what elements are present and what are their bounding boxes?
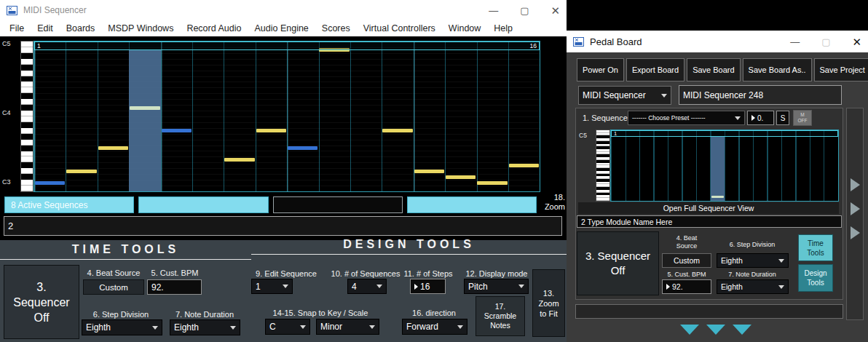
board-name-field[interactable]: MIDI Sequencer 248	[679, 85, 842, 105]
down-triangle-icon[interactable]	[733, 325, 751, 335]
open-full-sequencer-button[interactable]: Open Full Sequencer View	[578, 202, 839, 214]
midi-note[interactable]	[35, 181, 65, 185]
time-tools-tab[interactable]: Time Tools	[798, 234, 833, 261]
midi-note[interactable]	[382, 129, 412, 132]
maximize-button[interactable]: ▢	[821, 37, 830, 47]
solo-button[interactable]: S	[776, 111, 789, 125]
white-key[interactable]	[21, 111, 33, 116]
white-key[interactable]	[21, 116, 33, 122]
black-key[interactable]	[21, 122, 33, 128]
sequence-slot-2[interactable]	[138, 196, 268, 213]
midi-note[interactable]	[446, 175, 476, 179]
midi-note[interactable]	[477, 181, 507, 185]
power-on-button[interactable]: Power On	[577, 58, 624, 81]
snap-key-dropdown[interactable]: C	[265, 319, 310, 335]
white-key[interactable]	[21, 71, 33, 76]
sequence-slot-1[interactable]: 8 Active Sequences	[4, 196, 134, 213]
step-division-dropdown[interactable]: Eighth	[82, 319, 162, 335]
design-tools-tab[interactable]: Design Tools	[798, 264, 833, 292]
black-key[interactable]	[21, 134, 33, 140]
zoom-input[interactable]: 2	[4, 216, 562, 236]
down-triangle-icon[interactable]	[706, 325, 725, 335]
menu-file[interactable]: File	[3, 23, 31, 33]
white-key[interactable]	[21, 59, 33, 65]
mute-button[interactable]: M OFF	[793, 110, 812, 126]
midi-note[interactable]	[98, 146, 128, 150]
main-grid[interactable]: 1 16	[33, 41, 540, 192]
preset-dropdown[interactable]: ------- Choose Preset -------	[628, 111, 745, 125]
menu-help[interactable]: Help	[487, 23, 519, 33]
midi-note[interactable]	[130, 106, 159, 110]
white-key[interactable]	[21, 41, 33, 47]
black-key[interactable]	[21, 162, 33, 168]
save-project-button[interactable]: Save Project	[814, 58, 868, 81]
cust-bpm-stepper[interactable]: 92.	[662, 279, 711, 294]
white-key[interactable]	[21, 168, 33, 174]
save-board-as--button[interactable]: Save Board As..	[743, 58, 812, 81]
menu-record-audio[interactable]: Record Audio	[180, 23, 248, 33]
zoom-to-fit-button[interactable]: 13. Zoom to Fit	[532, 269, 565, 337]
white-key[interactable]	[21, 128, 33, 134]
black-key[interactable]	[21, 76, 33, 82]
menu-msdp-windows[interactable]: MSDP Windows	[101, 23, 180, 33]
minimize-button[interactable]: —	[489, 6, 498, 15]
menu-edit[interactable]: Edit	[31, 23, 60, 33]
edit-sequence-dropdown[interactable]: 1	[251, 279, 293, 294]
menu-virtual-controllers[interactable]: Virtual Controllers	[357, 23, 442, 33]
white-key[interactable]	[21, 180, 33, 186]
white-key[interactable]	[21, 99, 33, 105]
scramble-notes-button[interactable]: 17. Scramble Notes	[476, 296, 525, 336]
menu-window[interactable]: Window	[442, 23, 487, 33]
menu-boards[interactable]: Boards	[60, 23, 102, 33]
save-board-button[interactable]: Save Board	[687, 58, 740, 81]
num-sequences-dropdown[interactable]: 4	[347, 279, 387, 294]
midi-note[interactable]	[711, 196, 725, 198]
midi-note[interactable]	[509, 164, 539, 167]
black-key[interactable]	[21, 146, 33, 151]
next-module-arrow-icon[interactable]	[851, 226, 860, 239]
horizontal-scrollbar[interactable]	[575, 304, 843, 319]
white-key[interactable]	[21, 140, 33, 146]
midi-note[interactable]	[414, 170, 444, 173]
white-key[interactable]	[21, 156, 33, 162]
sequencer-toggle-button[interactable]: 3. Sequencer Off	[577, 231, 659, 295]
export-board-button[interactable]: Export Board	[626, 58, 684, 81]
white-key[interactable]	[21, 47, 33, 53]
midi-note[interactable]	[162, 129, 192, 132]
beat-source-button[interactable]: Custom	[662, 253, 711, 268]
white-key[interactable]	[21, 151, 33, 157]
white-key[interactable]	[21, 186, 33, 191]
cust-bpm-field[interactable]: 92.	[147, 279, 202, 295]
white-key[interactable]	[596, 198, 609, 201]
maximize-button[interactable]: ▢	[520, 6, 529, 15]
display-mode-dropdown[interactable]: Pitch	[464, 279, 529, 294]
white-key[interactable]	[21, 81, 33, 87]
down-triangle-icon[interactable]	[680, 325, 699, 335]
black-key[interactable]	[21, 174, 33, 180]
num-steps-stepper[interactable]: 16	[410, 279, 446, 294]
menu-audio-engine[interactable]: Audio Engine	[248, 23, 315, 33]
black-key[interactable]	[21, 105, 33, 111]
black-key[interactable]	[21, 65, 33, 71]
black-key[interactable]	[21, 93, 33, 99]
next-module-arrow-icon[interactable]	[851, 178, 860, 191]
note-duration-dropdown[interactable]: Eighth	[170, 319, 240, 335]
sequence-slot-4[interactable]	[407, 196, 537, 213]
module-scroll-strip[interactable]	[846, 108, 864, 320]
white-key[interactable]	[21, 87, 33, 93]
sequence-slot-3[interactable]	[273, 196, 403, 213]
midi-note[interactable]	[224, 158, 254, 162]
black-key[interactable]	[21, 53, 33, 59]
next-module-arrow-icon[interactable]	[851, 202, 860, 215]
close-button[interactable]: ✕	[551, 5, 560, 16]
beat-source-button[interactable]: Custom	[83, 279, 144, 295]
module-name-field[interactable]: 2 Type Module Name Here	[577, 215, 842, 228]
preset-number-stepper[interactable]: 0.	[747, 111, 774, 125]
step-division-dropdown[interactable]: Eighth	[717, 253, 789, 268]
close-button[interactable]: ✕	[852, 36, 861, 47]
sequencer-toggle-button[interactable]: 3. Sequencer Off	[4, 265, 79, 339]
menu-scores[interactable]: Scores	[315, 23, 357, 33]
direction-dropdown[interactable]: Forward	[402, 319, 467, 335]
note-duration-dropdown[interactable]: Eighth	[717, 279, 789, 294]
mini-grid[interactable]: 1	[610, 130, 839, 202]
